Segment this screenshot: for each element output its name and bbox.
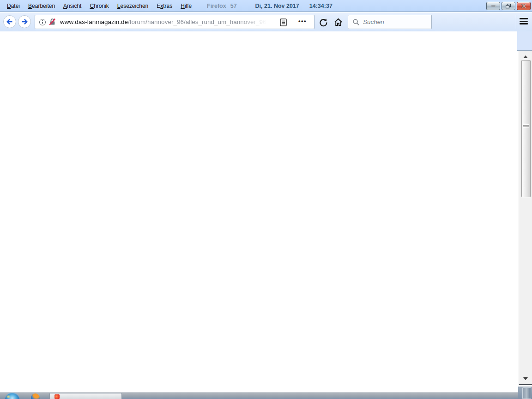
scroll-up-arrow-icon[interactable] [523, 55, 528, 58]
minimize-icon [491, 5, 496, 7]
scrollbar-thumb[interactable] [521, 60, 531, 197]
app-name: Firefox [207, 3, 226, 9]
taskbar-app-icon [54, 394, 60, 399]
menu-label: hronik [94, 3, 109, 9]
scroll-down-arrow-icon[interactable] [523, 377, 528, 380]
hamburger-icon [520, 18, 528, 19]
menu-accesskey: C [90, 3, 94, 9]
site-identity[interactable] [35, 18, 56, 26]
home-icon [334, 18, 343, 26]
urlbar-divider [293, 18, 293, 27]
menu-accesskey: L [117, 3, 121, 9]
menu-accesskey: H [181, 3, 185, 9]
navigation-toolbar: www.das-fanmagazin.de/forum/hannover_96/… [0, 12, 532, 31]
forward-button[interactable] [18, 15, 31, 28]
titlebar-clock: 14:34:37 [309, 3, 332, 9]
home-button[interactable] [332, 17, 344, 28]
scrollbar-grip-icon [523, 124, 529, 128]
page-info-icon[interactable] [39, 19, 46, 25]
window-title-text: Firefox 57 Di, 21. Nov 2017 14:34:37 [207, 0, 332, 12]
taskbar-pinned-icon[interactable] [31, 393, 40, 399]
insecure-lock-icon[interactable] [48, 18, 56, 26]
titlebar-date: Di, 21. Nov 2017 [255, 3, 299, 9]
page-content[interactable] [0, 31, 519, 393]
reload-icon [319, 18, 328, 27]
menu-item-datei[interactable]: Datei [3, 2, 24, 9]
menu-label: atei [11, 3, 20, 9]
menu-label: nsicht [67, 3, 81, 9]
hamburger-icon [520, 23, 528, 24]
forward-arrow-icon [21, 18, 28, 25]
url-path: /forum/hannover_96/alles_rund_um_hannove… [128, 18, 266, 25]
menu-item-chronik[interactable]: Chronik [85, 2, 113, 9]
reload-button[interactable] [318, 17, 329, 28]
minimize-button[interactable] [486, 2, 500, 10]
show-desktop-button[interactable] [522, 387, 531, 399]
toolbar-divider [516, 15, 516, 29]
search-icon [352, 18, 360, 26]
window-titlebar: Datei Bearbeiten Ansicht Chronik Lesezei… [0, 0, 532, 12]
back-arrow-icon [6, 18, 13, 25]
menu-item-hilfe[interactable]: Hilfe [176, 2, 196, 9]
app-menu-button[interactable] [520, 18, 528, 26]
menu-accesskey: B [28, 3, 32, 9]
menu-item-ansicht[interactable]: Ansicht [59, 2, 85, 9]
url-bar[interactable]: www.das-fanmagazin.de/forum/hannover_96/… [35, 15, 314, 29]
taskbar-app-button[interactable] [49, 393, 122, 399]
menu-item-lesezeichen[interactable]: Lesezeichen [113, 2, 152, 9]
menu-item-extras[interactable]: Extras [152, 2, 176, 9]
menu-label: esezeichen [121, 3, 149, 9]
vertical-scrollbar[interactable] [519, 51, 532, 385]
restore-button[interactable] [502, 2, 515, 10]
app-version: 57 [230, 3, 237, 9]
url-host: www.das-fanmagazin.de [60, 18, 128, 25]
menu-label: ilfe [185, 3, 192, 9]
menubar: Datei Bearbeiten Ansicht Chronik Lesezei… [3, 2, 196, 9]
desktop-screen: Datei Bearbeiten Ansicht Chronik Lesezei… [0, 0, 532, 399]
window-controls [486, 2, 531, 10]
close-button[interactable] [517, 2, 531, 10]
search-input[interactable] [363, 18, 425, 25]
close-icon [521, 4, 526, 8]
reader-mode-icon[interactable] [280, 18, 287, 26]
hamburger-icon [520, 21, 528, 22]
menu-accesskey: A [63, 3, 67, 9]
back-button[interactable] [3, 15, 16, 28]
page-actions-button[interactable]: ••• [295, 18, 310, 24]
menu-accesskey: D [7, 3, 11, 9]
url-text: www.das-fanmagazin.de/forum/hannover_96/… [60, 18, 269, 25]
menu-label: tras [163, 3, 172, 9]
restore-icon [506, 4, 511, 9]
chrome-right-patch [517, 31, 532, 51]
menu-label: earbeiten [32, 3, 55, 9]
search-bar [348, 15, 432, 29]
menu-item-bearbeiten[interactable]: Bearbeiten [24, 2, 59, 9]
